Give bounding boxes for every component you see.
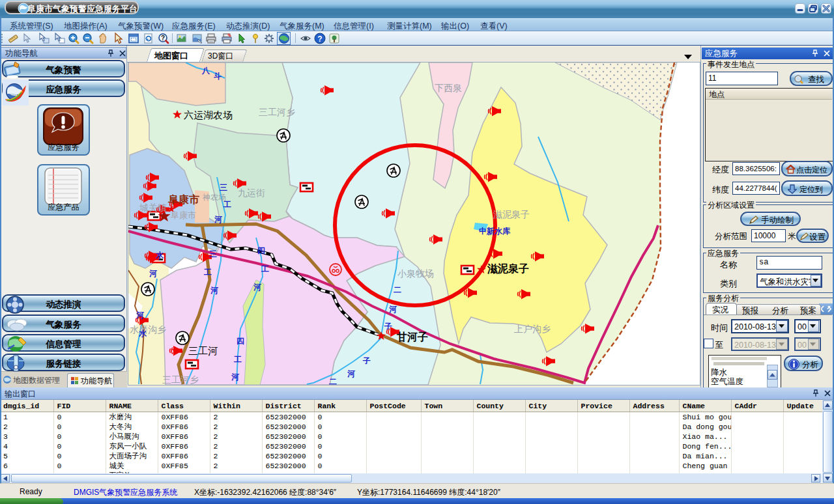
svg-text:阜康市: 阜康市 <box>171 210 196 220</box>
svg-text:二: 二 <box>394 285 401 294</box>
svg-text:城关镇: 城关镇 <box>139 203 167 213</box>
svg-text:子: 子 <box>384 322 392 331</box>
svg-text:小泉牧场: 小泉牧场 <box>397 268 434 279</box>
svg-text:三工河乡: 三工河乡 <box>162 374 199 385</box>
svg-text:阜康市: 阜康市 <box>167 193 199 205</box>
svg-text:斗: 斗 <box>214 72 222 81</box>
svg-text:二: 二 <box>329 377 337 385</box>
svg-text:甘河子: 甘河子 <box>396 331 428 343</box>
svg-text:三: 三 <box>220 183 227 192</box>
svg-text:下西泉: 下西泉 <box>435 83 462 93</box>
svg-text:九运街: 九运街 <box>238 188 265 198</box>
svg-text:工: 工 <box>261 264 269 273</box>
svg-text:水: 水 <box>155 251 164 260</box>
svg-text:水磨沟乡: 水磨沟乡 <box>130 324 166 335</box>
svg-text:中新水库: 中新水库 <box>479 227 511 236</box>
svg-text:河: 河 <box>389 305 397 314</box>
svg-text:三工河: 三工河 <box>188 345 218 356</box>
svg-text:水: 水 <box>138 329 147 338</box>
svg-text:上户沟乡: 上户沟乡 <box>514 324 551 334</box>
svg-text:工: 工 <box>223 200 231 209</box>
svg-text:河: 河 <box>136 311 144 320</box>
svg-text:河: 河 <box>149 269 157 278</box>
svg-text:河: 河 <box>253 283 261 292</box>
svg-text:河: 河 <box>231 372 239 382</box>
svg-text:六运湖农场: 六运湖农场 <box>184 109 233 120</box>
svg-text:四: 四 <box>257 246 265 255</box>
svg-text:八: 八 <box>201 66 210 75</box>
svg-text:神农场: 神农场 <box>202 193 226 202</box>
svg-text:河: 河 <box>214 215 222 224</box>
svg-text:工: 工 <box>203 268 212 277</box>
svg-text:四: 四 <box>237 337 244 346</box>
svg-text:三: 三 <box>209 249 217 259</box>
svg-text:子: 子 <box>362 356 371 365</box>
svg-text:河: 河 <box>347 369 355 378</box>
svg-text:?: ? <box>317 35 322 44</box>
svg-text:?: ? <box>161 35 165 42</box>
svg-text:滋泥泉子: 滋泥泉子 <box>493 209 530 219</box>
svg-text:工: 工 <box>233 355 242 364</box>
svg-text:河: 河 <box>210 286 218 295</box>
svg-text:滋泥泉子: 滋泥泉子 <box>487 263 529 274</box>
svg-text:三工河乡: 三工河乡 <box>259 107 295 117</box>
